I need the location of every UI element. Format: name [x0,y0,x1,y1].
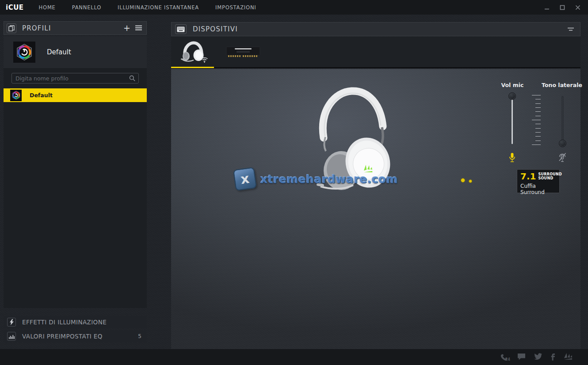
keyboard-icon [175,24,187,34]
wifi-icon [201,56,208,65]
equalizer-icon [7,332,16,341]
close-icon[interactable] [575,4,581,11]
surround-sound-badge: 7.1 SURROUND SOUND Cuffia Surround [517,169,560,193]
watermark-dot [461,178,465,182]
maximize-icon[interactable] [559,4,565,11]
sidetone-scale [532,95,541,145]
sidetone-slider-knob[interactable] [559,140,566,147]
twitter-icon[interactable] [534,353,542,360]
eq-presets-button[interactable]: VALORI PREIMPOSTATI EQ 5 [4,330,147,342]
device-tabs [171,37,580,68]
watermark-text: xtremehardware.com [260,173,398,186]
lightning-icon [7,318,16,327]
watermark: x xtremehardware.com [234,168,398,190]
icue-mini-logo [10,90,22,101]
watermark-dot [469,179,472,183]
devices-panel-header: DISPOSITIVI [171,22,580,36]
eq-presets-label: VALORI PREIMPOSTATI EQ [22,333,103,340]
app-logo: iCUE [6,4,24,11]
profile-row-default-selected[interactable]: Default [4,88,147,102]
sidetone-muted-icon[interactable] [558,152,567,164]
mic-volume-slider-track[interactable] [512,96,513,144]
social-links: 24 [500,353,573,361]
sidetone-slider-track[interactable] [562,96,563,144]
mic-volume-label: Vol mic [488,82,537,88]
chat-icon[interactable] [517,353,526,360]
nav-impostazioni[interactable]: IMPOSTAZIONI [215,4,256,11]
profiles-panel-header: PROFILI + [4,21,147,35]
mic-volume-slider-knob[interactable] [508,92,516,100]
device-detail-panel: x xtremehardware.com Vol mic Tono latera… [171,69,580,349]
facebook-icon[interactable] [551,353,555,361]
nav-home[interactable]: HOME [39,4,56,11]
active-profile-card[interactable]: Default [4,36,147,68]
nav-pannello[interactable]: PANNELLO [72,4,101,11]
profiles-menu-icon[interactable] [135,24,142,32]
devices-panel-title: DISPOSITIVI [193,25,238,33]
support-phone-icon[interactable]: 24 [500,353,509,361]
watermark-x-logo: x [233,167,257,191]
sidetone-label: Tono laterale [538,82,586,88]
profile-row-name: Default [30,92,53,99]
device-tab-ram[interactable] [220,37,266,67]
search-icon[interactable] [129,75,135,81]
titlebar: iCUE HOME PANNELLO ILLUMINAZIONE ISTANTA… [0,0,588,15]
ram-thumbnail [226,46,260,58]
device-sort-icon[interactable] [567,27,574,31]
icue-profile-logo [13,42,35,63]
minimize-icon[interactable] [544,4,550,11]
lighting-effects-button[interactable]: EFFETTI DI ILLUMINAZIONE [4,316,147,328]
add-profile-button[interactable]: + [123,24,130,32]
profile-search[interactable] [11,73,139,84]
device-tab-headset[interactable] [171,37,214,67]
eq-presets-count: 5 [138,333,141,339]
profile-search-input[interactable] [12,75,129,82]
bottombar: 24 [0,349,588,365]
mic-active-yellow-icon[interactable] [508,152,516,164]
nav-illuminazione-istantanea[interactable]: ILLUMINAZIONE ISTANTANEA [118,4,199,11]
active-profile-name: Default [47,48,71,56]
surround-value: 7.1 [520,172,536,181]
corsair-sails-icon[interactable] [563,353,573,361]
lighting-effects-label: EFFETTI DI ILLUMINAZIONE [22,319,107,326]
window-controls [544,4,581,11]
top-navigation: HOME PANNELLO ILLUMINAZIONE ISTANTANEA I… [39,4,256,11]
profiles-stack-icon [7,23,16,33]
selected-tab-indicator [171,67,214,68]
device-name: Cuffia Surround [520,183,559,195]
profile-list: Default [4,68,147,308]
profiles-panel-title: PROFILI [22,24,51,32]
